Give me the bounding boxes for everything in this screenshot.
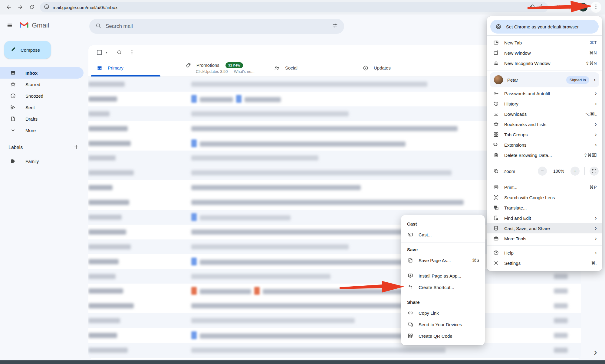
save-page-icon — [407, 257, 414, 263]
email-row[interactable] — [88, 284, 581, 298]
menu-item-cast-save-and-share[interactable]: Cast, Save, and Share› — [487, 223, 602, 233]
select-dropdown-caret[interactable]: ▾ — [106, 50, 107, 54]
clipboard-icon[interactable] — [566, 2, 576, 12]
create-label-button[interactable] — [73, 144, 79, 151]
tab-badge: 31 new — [225, 62, 243, 68]
search-input[interactable] — [106, 23, 328, 29]
labels-header: Labels — [8, 144, 79, 151]
menu-item-settings[interactable]: Settings⌘, — [487, 258, 602, 268]
menu-item-print[interactable]: Print...⌘P — [487, 182, 602, 192]
submenu-item-save-page-as[interactable]: Save Page As...⌘S — [401, 255, 485, 266]
redacted-content — [191, 317, 355, 323]
tune-icon[interactable] — [332, 23, 338, 30]
menu-item-help[interactable]: Help› — [487, 248, 602, 258]
sidebar-label-family[interactable]: Family — [0, 155, 84, 167]
menu-item-extensions[interactable]: Extensions› — [487, 140, 602, 150]
menu-item-new-incognito-window[interactable]: New Incognito Window⇧⌘N — [487, 58, 602, 68]
menu-item-find-and-edit[interactable]: Find and Edit› — [487, 213, 602, 223]
menu-item-label: Print... — [504, 185, 585, 190]
refresh-icon[interactable] — [114, 47, 124, 57]
fullscreen-button[interactable] — [590, 167, 599, 176]
bookmark-star-icon[interactable] — [538, 4, 544, 11]
compose-button[interactable]: Compose — [4, 41, 51, 59]
lens-icon — [493, 194, 499, 200]
sidebar-item-drafts[interactable]: Drafts — [0, 113, 84, 125]
submenu-item-copy-link[interactable]: Copy Link — [401, 307, 485, 319]
menu-item-label: Settings — [504, 261, 586, 266]
zoom-level: 100% — [551, 169, 566, 174]
attachment-chip — [191, 139, 197, 147]
redacted-sender — [88, 215, 122, 220]
reload-icon[interactable] — [27, 2, 37, 12]
set-default-browser-button[interactable]: Set Chrome as your default browser — [490, 20, 599, 34]
sidebar-item-snoozed[interactable]: Snoozed — [0, 90, 84, 102]
menu-item-delete-browsing-data[interactable]: Delete Browsing Data...⇧⌘⌧ — [487, 150, 602, 160]
menu-item-new-window[interactable]: New Window⌘N — [487, 48, 602, 58]
redacted-content — [191, 154, 318, 161]
sidebar-item-inbox[interactable]: Inbox — [0, 67, 84, 79]
cast-save-share-submenu: CastCast...SaveSave Page As...⌘SInstall … — [401, 215, 485, 345]
zoom-out-button[interactable]: − — [538, 167, 547, 176]
submenu-item-send-to-your-devices[interactable]: Send to Your Devices — [401, 319, 485, 330]
sync-c-icon[interactable] — [552, 2, 563, 12]
menu-item-more-tools[interactable]: More Tools› — [487, 233, 602, 244]
menu-item-label: New Tab — [504, 40, 585, 45]
chevron-right-icon: › — [595, 249, 597, 255]
menu-item-new-tab[interactable]: New Tab⌘T — [487, 37, 602, 48]
tab-updates[interactable]: Updates — [354, 59, 443, 76]
redacted-subject — [200, 289, 251, 294]
keyboard-shortcut: ⌘P — [590, 185, 597, 190]
email-row[interactable] — [88, 328, 581, 343]
attachment-chip — [191, 287, 197, 295]
menu-item-translate[interactable]: aTranslate... — [487, 203, 602, 213]
menu-item-history[interactable]: History› — [487, 99, 602, 109]
menu-item-search-with-google-lens[interactable]: Search with Google Lens — [487, 192, 602, 203]
redacted-date — [554, 303, 568, 308]
redacted-subject — [191, 185, 361, 190]
search-icon[interactable] — [95, 23, 101, 30]
more-options-icon[interactable] — [127, 47, 137, 57]
sidebar-item-sent[interactable]: Sent — [0, 102, 84, 113]
profile-menu-item[interactable]: PetarSigned in› — [490, 72, 599, 87]
sidebar-item-more[interactable]: More — [0, 125, 84, 136]
redacted-sender — [88, 333, 117, 338]
submenu-item-create-qr-code[interactable]: Create QR Code — [401, 330, 485, 342]
redacted-content — [191, 139, 406, 147]
profile-avatar[interactable] — [579, 3, 587, 11]
zoom-in-button[interactable]: + — [570, 167, 580, 176]
history-icon — [493, 101, 499, 107]
menu-item-tab-groups[interactable]: Tab Groups› — [487, 129, 602, 140]
lens-diamond-icon[interactable] — [529, 4, 535, 11]
tab-social[interactable]: Social — [266, 59, 354, 76]
tab-primary[interactable]: Primary — [88, 59, 177, 76]
submenu-item-install-page-as-app[interactable]: Install Page as App... — [401, 270, 485, 281]
menu-item-bookmarks-and-lists[interactable]: Bookmarks and Lists› — [487, 119, 602, 129]
email-row[interactable] — [88, 313, 581, 328]
menu-item-passwords-and-autofill[interactable]: Passwords and Autofill› — [487, 88, 602, 99]
redacted-content — [191, 258, 418, 265]
address-bar[interactable]: mail.google.com/mail/u/0/#inbox — [40, 2, 548, 12]
email-row[interactable] — [88, 343, 581, 358]
redacted-subject — [191, 155, 318, 161]
tab-groups-icon — [493, 132, 499, 138]
expand-chevron[interactable]: › — [594, 347, 597, 357]
gmail-logo: Gmail — [19, 21, 49, 30]
submenu-item-cast[interactable]: Cast... — [401, 229, 485, 240]
select-all-checkbox[interactable] — [97, 50, 102, 55]
email-row[interactable] — [88, 298, 581, 313]
clock-icon — [10, 93, 16, 99]
site-info-icon[interactable] — [44, 4, 50, 11]
submenu-divider — [401, 242, 485, 242]
forward-icon[interactable] — [15, 2, 25, 12]
menu-item-downloads[interactable]: Downloads⌥⌘L — [487, 109, 602, 119]
hamburger-icon[interactable] — [7, 22, 13, 30]
submenu-item-create-shortcut[interactable]: Create Shortcut... — [401, 281, 485, 293]
keyboard-shortcut: ⌘, — [591, 261, 597, 265]
chrome-menu-button[interactable] — [590, 2, 601, 13]
sidebar-item-starred[interactable]: Starred — [0, 79, 84, 90]
search-bar — [89, 19, 344, 34]
back-icon[interactable] — [4, 2, 14, 12]
tab-promotions[interactable]: Promotions31 new ClickUpdates 3.50 — Wha… — [177, 59, 266, 76]
redacted-subject — [200, 141, 406, 147]
redacted-content — [191, 95, 281, 103]
